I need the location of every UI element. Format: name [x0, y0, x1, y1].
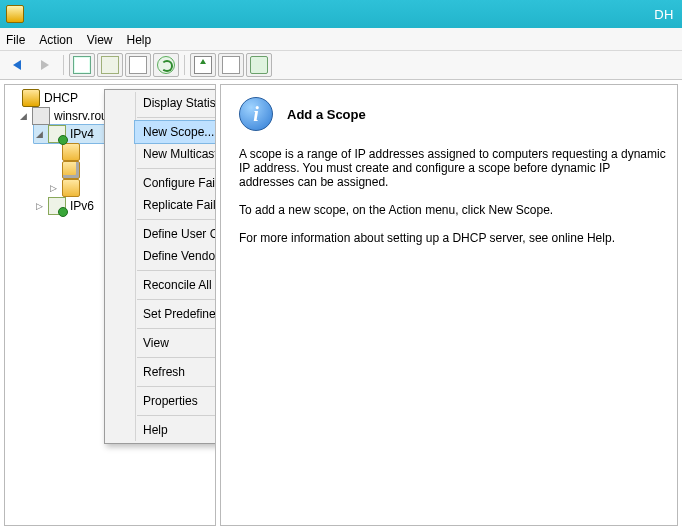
menu-item-label: Display Statistics... — [143, 96, 216, 110]
toolbar-button-3[interactable] — [125, 53, 151, 77]
menu-separator — [137, 328, 216, 329]
context-menu: Display Statistics... New Scope... New M… — [104, 89, 216, 444]
menu-configure-failover[interactable]: Configure Failover... — [135, 172, 216, 194]
toolbar-separator — [184, 55, 185, 75]
menu-item-label: Define Vendor Classes... — [143, 249, 216, 263]
menu-item-label: View — [143, 336, 169, 350]
toolbar — [0, 51, 682, 80]
content-pane: i Add a Scope A scope is a range of IP a… — [220, 84, 678, 526]
folder-icon — [62, 143, 80, 161]
menu-item-label: Help — [143, 423, 168, 437]
export-icon — [194, 56, 212, 74]
menu-replicate-failover-scopes[interactable]: Replicate Failover Scopes... — [135, 194, 216, 216]
menu-new-scope[interactable]: New Scope... — [134, 120, 216, 144]
toolbar-button-1[interactable] — [69, 53, 95, 77]
toolbar-button-2[interactable] — [97, 53, 123, 77]
menu-item-label: Configure Failover... — [143, 176, 216, 190]
content-paragraph: A scope is a range of IP addresses assig… — [239, 147, 667, 189]
server-icon — [32, 107, 50, 125]
menu-action[interactable]: Action — [39, 33, 72, 47]
toolbar-button-6[interactable] — [218, 53, 244, 77]
menu-set-predefined-options[interactable]: Set Predefined Options... — [135, 303, 216, 325]
menu-help[interactable]: Help — [127, 33, 152, 47]
tree-pane: ▶ DHCP ◢ winsrv.roundrobin.com ◢ IPv4 ▶ … — [4, 84, 216, 526]
twisty-expanded-icon[interactable]: ◢ — [19, 112, 28, 121]
document-icon — [73, 56, 91, 74]
window-titlebar: DH — [0, 0, 682, 28]
window-title: DH — [654, 7, 676, 22]
toolbar-button-7[interactable] — [246, 53, 272, 77]
info-icon: i — [239, 97, 273, 131]
menu-reconcile-all-scopes[interactable]: Reconcile All Scopes... — [135, 274, 216, 296]
sheet-icon — [129, 56, 147, 74]
folder-gear-icon — [62, 161, 80, 179]
twisty-collapsed-icon[interactable]: ▷ — [49, 184, 58, 193]
menu-properties[interactable]: Properties — [135, 390, 216, 412]
menu-separator — [137, 168, 216, 169]
toolbar-refresh-button[interactable] — [153, 53, 179, 77]
menu-view-submenu[interactable]: View — [135, 332, 216, 354]
refresh-icon — [157, 56, 175, 74]
menu-new-multicast-scope[interactable]: New Multicast Scope... — [135, 143, 216, 165]
menu-separator — [137, 117, 216, 118]
menu-separator — [137, 219, 216, 220]
arrow-left-icon — [13, 60, 21, 70]
menu-item-label: Reconcile All Scopes... — [143, 278, 216, 292]
menu-separator — [137, 386, 216, 387]
menu-define-user-classes[interactable]: Define User Classes... — [135, 223, 216, 245]
menu-item-label: Properties — [143, 394, 198, 408]
nav-forward-button[interactable] — [32, 53, 58, 77]
menu-separator — [137, 299, 216, 300]
menu-define-vendor-classes[interactable]: Define Vendor Classes... — [135, 245, 216, 267]
tree-label: DHCP — [44, 89, 78, 107]
content-paragraph: For more information about setting up a … — [239, 231, 667, 245]
content-paragraph: To add a new scope, on the Action menu, … — [239, 203, 667, 217]
twisty-collapsed-icon[interactable]: ▷ — [35, 202, 44, 211]
twisty-expanded-icon[interactable]: ◢ — [35, 130, 44, 139]
menu-display-statistics[interactable]: Display Statistics... — [135, 92, 216, 114]
nav-back-button[interactable] — [4, 53, 30, 77]
dhcp-icon — [22, 89, 40, 107]
menu-item-label: Define User Classes... — [143, 227, 216, 241]
menu-refresh[interactable]: Refresh — [135, 361, 216, 383]
menu-separator — [137, 270, 216, 271]
menu-item-label: New Multicast Scope... — [143, 147, 216, 161]
content-body: A scope is a range of IP addresses assig… — [239, 147, 667, 245]
menu-item-label: Set Predefined Options... — [143, 307, 216, 321]
folder-icon — [62, 179, 80, 197]
menu-item-label: Refresh — [143, 365, 185, 379]
menu-item-label: Replicate Failover Scopes... — [143, 198, 216, 212]
toolbar-separator — [63, 55, 64, 75]
ipv6-icon — [48, 197, 66, 215]
tree-label: IPv4 — [70, 125, 94, 143]
menu-separator — [137, 357, 216, 358]
client-area: ▶ DHCP ◢ winsrv.roundrobin.com ◢ IPv4 ▶ … — [0, 80, 682, 528]
arrow-right-icon — [41, 60, 49, 70]
menu-item-label: New Scope... — [143, 125, 214, 139]
content-header: i Add a Scope — [239, 97, 667, 131]
box-icon — [101, 56, 119, 74]
menu-help[interactable]: Help — [135, 419, 216, 441]
monitor-icon — [250, 56, 268, 74]
ipv4-icon — [48, 125, 66, 143]
menu-view[interactable]: View — [87, 33, 113, 47]
app-icon — [6, 5, 24, 23]
sheet-icon — [222, 56, 240, 74]
menu-file[interactable]: File — [6, 33, 25, 47]
menubar: File Action View Help — [0, 28, 682, 51]
content-title: Add a Scope — [287, 107, 366, 122]
tree-label: IPv6 — [70, 197, 94, 215]
menu-separator — [137, 415, 216, 416]
toolbar-export-button[interactable] — [190, 53, 216, 77]
